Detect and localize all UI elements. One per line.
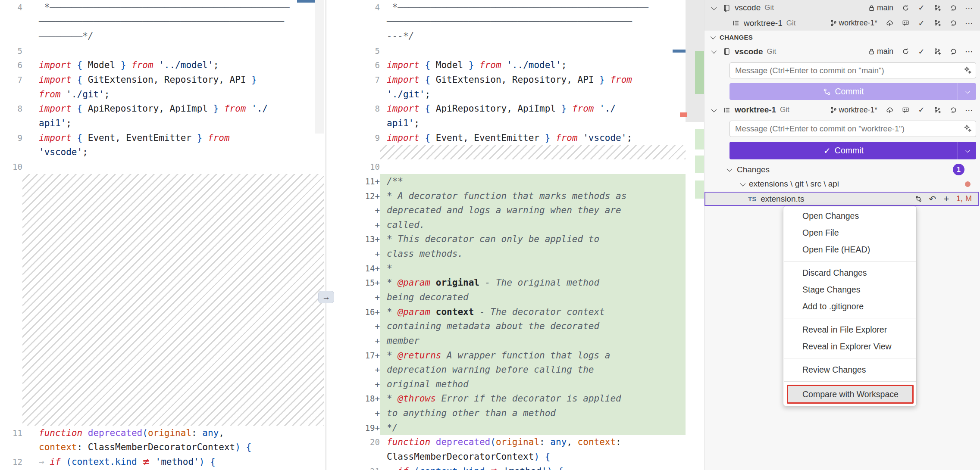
diff-editor-modified[interactable]: 4 *─────────────────────────────────────… <box>332 0 686 470</box>
refresh-icon[interactable] <box>949 4 957 12</box>
line-number: + <box>332 205 380 215</box>
check-icon[interactable]: ✓ <box>917 48 925 56</box>
branch-status[interactable]: worktree-1* <box>830 106 877 115</box>
branch-plus-icon[interactable] <box>933 48 941 56</box>
code-line: deprecation warning before calling the <box>380 362 686 377</box>
chevron-down-icon[interactable] <box>711 48 717 54</box>
code-row: +deprecated and logs a warning when they… <box>332 203 686 218</box>
code-row: 8import { ApiRepository, ApiImpl } from … <box>332 101 686 116</box>
branch-status[interactable]: main <box>868 3 893 12</box>
refresh-icon[interactable] <box>949 48 957 56</box>
tree-item-file-extension-ts[interactable]: TS extension.ts ↶ + 1,M <box>704 192 979 206</box>
discard-icon[interactable]: ↶ <box>929 195 936 203</box>
repo-section-worktree-1[interactable]: worktree-1 Git worktree-1*✓⋯ <box>704 103 980 117</box>
cloud-upload-icon[interactable] <box>886 19 893 27</box>
sparkle-icon[interactable] <box>964 66 972 74</box>
chevron-down-icon[interactable] <box>711 4 717 10</box>
revert-block-arrow-button[interactable]: → <box>318 291 334 303</box>
line-number: + <box>332 249 380 258</box>
modified-letter: M <box>965 194 972 203</box>
menu-item-open-file[interactable]: Open File <box>783 224 916 241</box>
commit-dropdown-button[interactable] <box>958 142 976 159</box>
code-row: from './git'; <box>0 87 324 102</box>
comment-icon[interactable] <box>902 19 909 27</box>
commit-button-main[interactable]: Commit <box>730 83 976 100</box>
overview-ruler[interactable] <box>686 0 704 470</box>
code-row: 13+* This decorator can only be applied … <box>332 232 686 247</box>
line-number: 4 <box>0 3 22 12</box>
check-icon: ✓ <box>823 146 831 156</box>
code-line: context: ClassMemberDecoratorContext) { <box>22 440 324 454</box>
commit-dropdown-button[interactable] <box>958 83 976 100</box>
code-row: +original method <box>332 377 686 392</box>
stage-plus-icon[interactable]: + <box>942 195 950 203</box>
commit-message-input-worktree-1[interactable]: Message (Ctrl+Enter to commit on "worktr… <box>730 121 976 137</box>
more-icon[interactable]: ⋯ <box>965 19 973 27</box>
menu-item-stage-changes[interactable]: Stage Changes <box>783 281 916 298</box>
menu-item-reveal-in-file-explorer[interactable]: Reveal in File Explorer <box>783 321 916 338</box>
line-number: 14+ <box>332 264 380 273</box>
menu-item-open-changes[interactable]: Open Changes <box>783 208 916 224</box>
repo-row-vscode[interactable]: vscode Git main✓⋯ <box>704 0 980 16</box>
check-icon[interactable]: ✓ <box>917 19 925 27</box>
menu-separator <box>784 261 916 261</box>
branch-plus-icon[interactable] <box>933 19 941 27</box>
refresh-icon[interactable] <box>949 19 957 27</box>
code-row: api1'; <box>332 116 686 131</box>
code-row: 11function deprecated(original: any, <box>0 426 324 440</box>
open-changes-icon[interactable] <box>915 195 923 203</box>
line-number: 18+ <box>332 394 380 403</box>
more-icon[interactable]: ⋯ <box>965 4 973 12</box>
commit-message-input-main[interactable]: Message (Ctrl+Enter to commit on "main") <box>730 62 976 78</box>
code-row: +containing metadata about the decorated <box>332 319 686 333</box>
tree-item-changes[interactable]: Changes 1 <box>704 163 980 176</box>
editor-sash[interactable] <box>326 0 326 470</box>
sync-icon[interactable] <box>902 48 909 56</box>
repo-row-worktree-1[interactable]: worktree-1 Git worktree-1*✓⋯ <box>704 16 980 31</box>
check-icon[interactable]: ✓ <box>917 106 925 114</box>
code-row: +being decorated <box>332 290 686 305</box>
cloud-upload-icon[interactable] <box>886 106 893 114</box>
left-editor-scrollbar[interactable] <box>315 0 324 134</box>
commit-button-worktree-1[interactable]: ✓ Commit <box>730 142 976 159</box>
menu-item-compare-with-workspace[interactable]: Compare with Workspace <box>787 385 914 404</box>
code-line: function deprecated(original: any, <box>22 426 324 440</box>
code-line: * @throws Error if the decorator is appl… <box>380 392 686 406</box>
chevron-down-icon <box>740 181 746 186</box>
code-line: * <box>380 261 686 276</box>
code-line: 'vscode'; <box>22 145 324 159</box>
code-row: 6import { Model } from '../model'; <box>332 58 686 73</box>
section-header-changes[interactable]: CHANGES <box>704 31 980 44</box>
comment-icon[interactable] <box>902 106 909 114</box>
refresh-icon[interactable] <box>949 106 957 114</box>
chevron-down-icon <box>965 147 970 152</box>
lock-icon <box>868 48 875 55</box>
input-placeholder: Message (Ctrl+Enter to commit on "worktr… <box>735 124 905 134</box>
more-icon[interactable]: ⋯ <box>965 48 973 56</box>
tree-item-folder[interactable]: extensions \ git \ src \ api <box>704 177 980 191</box>
repo-section-vscode[interactable]: vscode Git main✓⋯ <box>704 44 980 59</box>
menu-item-open-file-head-[interactable]: Open File (HEAD) <box>783 241 916 258</box>
branch-plus-icon[interactable] <box>933 4 941 12</box>
branch-status[interactable]: worktree-1* <box>830 19 877 28</box>
branch-plus-icon[interactable] <box>933 106 941 114</box>
menu-item-review-changes[interactable]: Review Changes <box>783 361 916 378</box>
line-number: + <box>332 408 380 418</box>
sync-icon[interactable] <box>902 4 909 12</box>
code-row: ────────*/ <box>0 29 324 44</box>
line-number: 5 <box>332 46 380 56</box>
check-icon[interactable]: ✓ <box>917 4 925 12</box>
code-line: './git'; <box>380 87 686 102</box>
chevron-down-icon <box>965 88 970 93</box>
diff-spacer-region <box>22 174 324 426</box>
more-icon[interactable]: ⋯ <box>965 106 973 114</box>
chevron-down-icon[interactable] <box>711 106 717 112</box>
menu-item-reveal-in-explorer-view[interactable]: Reveal in Explorer View <box>783 338 916 355</box>
branch-status[interactable]: main <box>868 47 893 56</box>
diff-editor-original[interactable]: 4 *─────────────────────────────────────… <box>0 0 324 470</box>
menu-item-add-to-gitignore[interactable]: Add to .gitignore <box>783 298 916 315</box>
code-line: original method <box>380 377 686 392</box>
menu-item-discard-changes[interactable]: Discard Changes <box>783 265 916 281</box>
line-number: 12 <box>0 457 22 467</box>
sparkle-icon[interactable] <box>964 124 972 132</box>
